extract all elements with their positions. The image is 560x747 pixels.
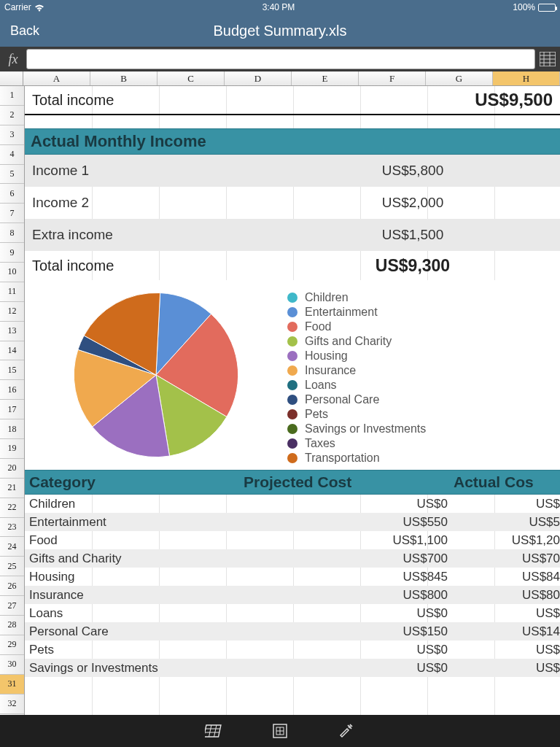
row-header[interactable]: 8 (0, 223, 24, 243)
category-row: Savings or InvestmentsUS$0US$ (25, 659, 560, 677)
category-row: PetsUS$0US$ (25, 640, 560, 659)
column-header[interactable]: H (493, 71, 560, 85)
category-row: Personal CareUS$150US$14 (25, 622, 560, 640)
tool-settings-icon[interactable] (335, 720, 357, 742)
row-header[interactable]: 13 (0, 322, 24, 341)
actual-cost: US$ (458, 661, 560, 676)
row-header[interactable]: 7 (0, 204, 24, 223)
column-header[interactable]: C (158, 71, 225, 85)
legend-swatch (287, 424, 298, 434)
row-header[interactable]: 17 (0, 400, 24, 419)
legend-swatch (287, 293, 298, 303)
income-label: Income 2 (32, 195, 273, 211)
row-header[interactable]: 1 (0, 86, 24, 106)
select-all-corner[interactable] (0, 71, 23, 85)
actual-cost: US$14 (458, 624, 560, 639)
category-row: EntertainmentUS$550US$5 (25, 513, 560, 531)
column-header[interactable]: F (359, 71, 426, 85)
svg-rect-6 (205, 725, 221, 737)
battery-label: 100% (513, 2, 535, 12)
category-row: FoodUS$1,100US$1,20 (25, 531, 560, 549)
category-name: Entertainment (29, 515, 248, 530)
tool-sheet-icon[interactable] (269, 720, 291, 742)
row-header[interactable]: 20 (0, 459, 24, 479)
total-income-value: US$9,500 (475, 90, 553, 110)
category-row: Gifts and CharityUS$700US$70 (25, 549, 560, 568)
category-name: Pets (29, 643, 248, 657)
legend-item: Taxes (287, 436, 560, 451)
income-label: Income 1 (32, 163, 273, 179)
legend-swatch (287, 438, 298, 449)
projected-cost: US$0 (248, 661, 458, 676)
row-header[interactable]: 21 (0, 479, 24, 498)
column-header[interactable]: E (292, 71, 359, 85)
legend-item: Transportation (287, 451, 560, 465)
actual-cost: US$5 (458, 515, 560, 530)
row-header[interactable]: 16 (0, 380, 24, 400)
row-header[interactable]: 4 (0, 145, 24, 165)
column-header[interactable]: D (225, 71, 292, 85)
category-table-header: Category Projected Cost Actual Cos (25, 470, 560, 495)
back-button[interactable]: Back (10, 23, 39, 39)
row-header[interactable]: 19 (0, 439, 24, 459)
actual-cost: US$1,20 (458, 533, 560, 548)
row-header[interactable]: 5 (0, 165, 24, 185)
legend-label: Food (305, 320, 331, 333)
row-header[interactable]: 29 (0, 635, 24, 655)
row-header[interactable]: 12 (0, 302, 24, 322)
row-header[interactable]: 10 (0, 263, 24, 282)
section-header-actual-monthly-income: Actual Monthly Income (25, 128, 560, 155)
row-header[interactable]: 31 (0, 675, 24, 694)
column-headers: ABCDEFGH (0, 71, 560, 86)
row-header[interactable]: 14 (0, 341, 24, 361)
row-header[interactable]: 25 (0, 557, 24, 576)
row-header[interactable]: 28 (0, 616, 24, 635)
formula-input[interactable] (26, 49, 535, 69)
row-header[interactable]: 30 (0, 655, 24, 675)
total-income-label: Total income (32, 92, 114, 109)
row-header[interactable]: 11 (0, 282, 24, 302)
clock: 3:40 PM (262, 2, 295, 12)
column-header[interactable]: G (426, 71, 493, 85)
row-header[interactable]: 15 (0, 360, 24, 380)
legend-swatch (287, 336, 298, 347)
cell-grid[interactable]: Total income US$9,500 Actual Monthly Inc… (25, 86, 560, 715)
column-header[interactable]: A (23, 71, 90, 85)
row-header[interactable]: 6 (0, 184, 24, 204)
row-header[interactable]: 24 (0, 537, 24, 557)
category-name: Gifts and Charity (29, 551, 248, 566)
legend-item: Savings or Investments (287, 422, 560, 436)
projected-cost: US$800 (248, 588, 458, 603)
row-header[interactable]: 3 (0, 125, 24, 145)
category-name: Children (29, 497, 248, 511)
row-header[interactable]: 23 (0, 518, 24, 538)
status-bar: Carrier 3:40 PM 100% (0, 0, 560, 15)
row-header[interactable]: 22 (0, 498, 24, 518)
legend-label: Insurance (305, 364, 356, 377)
carrier-label: Carrier (4, 2, 31, 12)
row-header[interactable]: 9 (0, 243, 24, 263)
spreadsheet[interactable]: ABCDEFGH 1234567891011121314151617181920… (0, 71, 560, 715)
row-header[interactable]: 2 (0, 106, 24, 125)
row-header[interactable]: 26 (0, 576, 24, 596)
legend-swatch (287, 365, 298, 376)
legend-label: Personal Care (305, 393, 379, 406)
actual-cost: US$ (458, 606, 560, 621)
row-header[interactable]: 18 (0, 419, 24, 439)
legend-swatch (287, 409, 298, 419)
sheet-selector-icon[interactable] (538, 50, 557, 69)
income-label: Extra income (32, 227, 273, 243)
column-header[interactable]: B (90, 71, 158, 85)
tool-format-icon[interactable] (203, 720, 225, 742)
row-header[interactable]: 32 (0, 694, 24, 714)
projected-cost: US$150 (248, 624, 458, 639)
header-projected-cost: Projected Cost (244, 473, 454, 491)
income-row: Income 1US$5,800 (25, 155, 560, 187)
row-header[interactable]: 27 (0, 596, 24, 616)
category-name: Savings or Investments (29, 661, 248, 676)
row-total-income-top: Total income US$9,500 (25, 86, 560, 115)
page-title: Budget Summary.xls (213, 23, 346, 39)
income-value: US$5,800 (273, 163, 553, 179)
legend-item: Insurance (287, 363, 560, 378)
actual-cost: US$80 (458, 588, 560, 603)
